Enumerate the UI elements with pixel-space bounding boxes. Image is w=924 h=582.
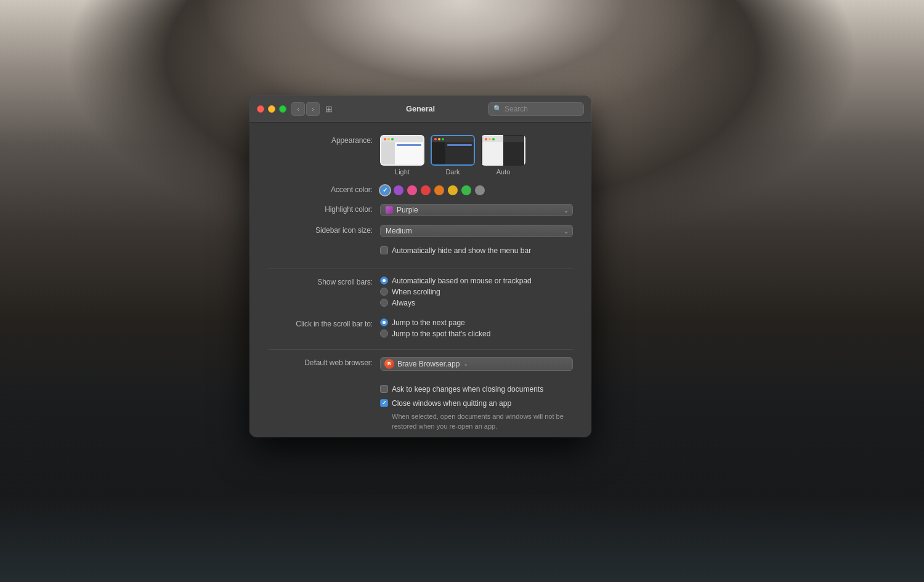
thumb-dot-yellow-d [438,138,440,140]
maximize-button[interactable] [279,105,286,113]
section-gap-1 [268,379,573,384]
menu-bar-checkbox-row: Automatically hide and show the menu bar [380,246,573,256]
thumb-dot-red-a [485,138,487,140]
highlight-dropdown-arrow: ⌄ [564,207,569,214]
browser-row: Default web browser: B Brave Browser.app… [268,357,573,371]
ask-changes-checkbox[interactable] [380,385,388,393]
appearance-light-label: Light [395,168,410,176]
scroll-auto-row: Automatically based on mouse or trackpad [380,277,573,285]
thumb-dot-red-d [434,138,437,140]
thumb-dot-yellow [387,138,390,140]
appearance-control: Light [380,135,573,176]
accent-color-row: Accent color: [268,184,573,195]
appearance-dark-label: Dark [445,168,460,176]
appearance-auto-label: Auto [496,168,511,176]
ask-changes-checkbox-row: Ask to keep changes when closing documen… [380,384,573,395]
appearance-light-thumb [380,135,424,166]
thumb-dot-green-d [442,138,444,140]
settings-content: Appearance: [249,123,591,437]
click-next-radio[interactable] [380,318,388,326]
titlebar: ‹ › ⊞ General 🔍 [249,95,591,123]
click-spot-label: Jump to the spot that's clicked [392,329,490,338]
window-title: General [406,104,435,113]
dropdown-inner: Purple [386,206,560,214]
thumb-stripe [397,144,421,146]
click-scroll-label: Click in the scroll bar to: [268,318,373,328]
forward-button[interactable]: › [306,102,320,116]
ask-changes-row: Ask to keep changes when closing documen… [268,384,573,431]
sidebar-icon-row: Sidebar icon size: Medium ⌄ [268,225,573,237]
sidebar-icon-value: Medium [386,227,412,235]
close-windows-text: Close windows when quitting an app [392,398,511,409]
menu-bar-label [268,246,373,247]
accent-graphite[interactable] [475,185,485,195]
appearance-row: Appearance: [268,135,573,176]
close-windows-checkbox-row: Close windows when quitting an app [380,398,573,409]
highlight-color-row: Highlight color: Purple ⌄ [268,204,573,216]
traffic-lights [257,105,286,113]
close-windows-checkbox[interactable] [380,399,388,407]
accent-color-label: Accent color: [268,184,373,194]
accent-purple[interactable] [394,185,403,195]
highlight-color-control: Purple ⌄ [380,204,573,216]
accent-colors [380,184,573,195]
ask-changes-control: Ask to keep changes when closing documen… [380,384,573,431]
thumb-titlebar-auto [482,136,524,142]
appearance-auto[interactable]: Auto [481,135,525,176]
click-spot-radio[interactable] [380,329,388,337]
browser-control: B Brave Browser.app ⌄ [380,357,573,371]
search-box[interactable]: 🔍 [488,102,584,116]
appearance-dark[interactable]: Dark [431,135,475,176]
menu-bar-checkbox[interactable] [380,246,388,254]
minimize-button[interactable] [268,105,275,113]
thumb-content-dark [445,142,474,164]
back-button[interactable]: ‹ [291,102,305,116]
thumb-dot-green-a [492,138,495,140]
sidebar-icon-label: Sidebar icon size: [268,225,373,235]
accent-orange[interactable] [434,185,444,195]
divider-1 [268,269,573,269]
scroll-scrolling-radio[interactable] [380,288,388,296]
click-scroll-row: Click in the scroll bar to: Jump to the … [268,318,573,341]
accent-pink[interactable] [407,185,417,195]
accent-blue[interactable] [380,185,390,195]
appearance-label: Appearance: [268,135,373,145]
thumb-sidebar-dark [432,142,445,164]
browser-label: Default web browser: [268,357,373,367]
scroll-bars-row: Show scroll bars: Automatically based on… [268,277,573,310]
grid-button[interactable]: ⊞ [322,102,336,116]
scroll-auto-radio[interactable] [380,277,388,285]
preferences-window: ‹ › ⊞ General 🔍 Appearance: [249,95,591,437]
highlight-color-value: Purple [397,206,418,214]
highlight-swatch [386,206,393,214]
scroll-always-radio[interactable] [380,299,388,307]
sidebar-icon-dropdown[interactable]: Medium ⌄ [380,225,573,237]
click-next-row: Jump to the next page [380,318,573,327]
scroll-bars-label: Show scroll bars: [268,277,373,286]
browser-arrow: ⌄ [463,360,468,367]
click-spot-row: Jump to the spot that's clicked [380,329,573,338]
nav-buttons: ‹ › [291,102,320,116]
search-input[interactable] [505,105,578,113]
thumb-sidebar-light [381,142,395,164]
appearance-light[interactable]: Light [380,135,424,176]
accent-red[interactable] [421,185,431,195]
sidebar-icon-control: Medium ⌄ [380,225,573,237]
highlight-color-dropdown[interactable]: Purple ⌄ [380,204,573,216]
click-scroll-control: Jump to the next page Jump to the spot t… [380,318,573,341]
close-button[interactable] [257,105,264,113]
appearance-dark-thumb [431,135,475,166]
scroll-bars-control: Automatically based on mouse or trackpad… [380,277,573,310]
accent-color-control [380,184,573,195]
ask-changes-label [268,384,373,386]
accent-yellow[interactable] [448,185,458,195]
thumb-stripe-dark [447,144,472,146]
browser-dropdown[interactable]: B Brave Browser.app ⌄ [380,357,573,371]
scroll-scrolling-row: When scrolling [380,288,573,296]
scroll-always-label: Always [392,299,415,307]
menu-bar-control: Automatically hide and show the menu bar [380,246,573,260]
accent-green[interactable] [461,185,471,195]
divider-2 [268,349,573,350]
menu-bar-text: Automatically hide and show the menu bar [392,246,531,256]
menu-bar-row: Automatically hide and show the menu bar [268,246,573,260]
